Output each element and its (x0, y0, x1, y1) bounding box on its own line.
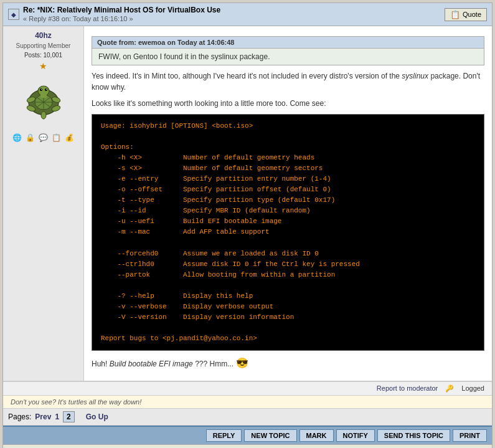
star-icon: ★ (39, 61, 47, 71)
italic-efi: Build bootable EFI image (110, 360, 193, 368)
svg-point-9 (40, 89, 41, 90)
svg-point-8 (45, 88, 47, 91)
go-up-link[interactable]: Go Up (86, 412, 108, 421)
post-header: ◆ Re: *NIX: Relatively Minimal Host OS f… (3, 3, 492, 26)
post-paragraph-2: Looks like it's something worth looking … (92, 98, 484, 109)
content-area: 40hz Supporting Member Posts: 10,001 ★ (3, 26, 492, 381)
post-body: Quote from: ewemoa on Today at 14:06:48 … (84, 26, 492, 381)
action-bar: REPLY NEW TOPIC MARK NOTIFY SEND THIS TO… (3, 426, 492, 444)
quote-icon: 📋 (450, 10, 460, 19)
new-topic-button[interactable]: NEW TOPIC (244, 429, 296, 442)
post-icon: ◆ (8, 9, 19, 20)
svg-point-10 (45, 89, 46, 90)
smiley-icon: 😎 (236, 358, 248, 368)
logged-icon: 🔑 (445, 384, 454, 393)
quote-content: FWIW, on Gentoo I found it in the syslin… (92, 48, 484, 65)
post-paragraph-1: Yes indeed. It's in Mint too, although I… (92, 70, 484, 93)
quote-box: Quote from: ewemoa on Today at 14:06:48 … (92, 36, 484, 65)
user-panel: 40hz Supporting Member Posts: 10,001 ★ (3, 26, 84, 381)
globe-icon[interactable]: 🌐 (12, 132, 23, 143)
post-title: Re: *NIX: Relatively Minimal Host OS for… (23, 6, 220, 14)
quote-header: Quote from: ewemoa on Today at 14:06:48 (92, 36, 484, 48)
post-container: ◆ Re: *NIX: Relatively Minimal Host OS f… (2, 2, 493, 448)
current-page: 2 (63, 411, 75, 422)
user-title: Supporting Member (16, 42, 71, 49)
pages-label: Pages: (8, 412, 31, 421)
user-icons: 🌐 🔒 💬 📋 💰 (12, 132, 75, 143)
username: 40hz (35, 31, 52, 40)
document-icon: 📋 (51, 132, 62, 143)
post-title-area: Re: *NIX: Relatively Minimal Host OS for… (23, 6, 220, 23)
main-container: ◆ Re: *NIX: Relatively Minimal Host OS f… (0, 0, 495, 448)
reply-button[interactable]: REPLY (206, 429, 242, 442)
post-header-left: ◆ Re: *NIX: Relatively Minimal Host OS f… (8, 6, 220, 23)
money-icon: 💰 (64, 132, 75, 143)
send-topic-button[interactable]: SEND THIS TOPIC (377, 429, 450, 442)
lock-icon: 🔒 (25, 132, 36, 143)
svg-point-7 (40, 88, 42, 91)
mark-button[interactable]: MARK (299, 429, 334, 442)
svg-rect-11 (40, 94, 47, 98)
post-reply-info: « Reply #38 on: Today at 16:16:10 » (23, 15, 133, 22)
message-icon[interactable]: 💬 (38, 132, 49, 143)
pages-nav: Pages: Prev 1 2 Go Up (3, 408, 492, 426)
print-button[interactable]: PRINT (453, 429, 487, 442)
user-posts: Posts: 10,001 (24, 52, 62, 59)
italic-syslinux: syslinux (402, 72, 428, 80)
notify-button[interactable]: NOTIFY (336, 429, 375, 442)
pagination-bar: « previous next » (3, 444, 492, 448)
report-moderator-link[interactable]: Report to moderator (377, 384, 438, 392)
turtles-text: Don't you see? It's turtles all the way … (3, 395, 492, 408)
post-footer: Report to moderator 🔑 Logged (3, 381, 492, 395)
post-paragraph-3: Huh! Build bootable EFI image ??? Hmm...… (92, 356, 484, 371)
logged-text: Logged (461, 384, 484, 392)
svg-point-16 (41, 112, 46, 119)
code-block: Usage: isohybrid [OPTIONS] <boot.iso> Op… (92, 114, 484, 351)
quote-button[interactable]: 📋 Quote (445, 8, 487, 21)
avatar (22, 76, 65, 126)
page-1-link[interactable]: 1 (55, 412, 59, 421)
prev-page-link[interactable]: Prev (35, 412, 51, 421)
